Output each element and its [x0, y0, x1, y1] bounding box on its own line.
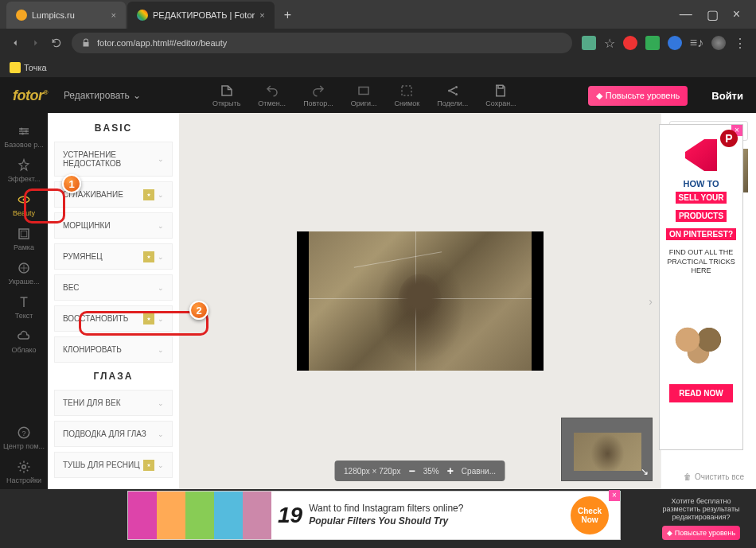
- mode-dropdown[interactable]: Редактировать ⌄: [64, 90, 141, 101]
- panel-item-blemish[interactable]: УСТРАНЕНИЕ НЕДОСТАТКОВ⌄: [54, 142, 173, 177]
- panel-item-restore[interactable]: ВОССТАНОВИТЬ⌄: [54, 305, 173, 332]
- premium-badge: [143, 251, 154, 262]
- close-icon[interactable]: ×: [111, 10, 116, 20]
- minimap[interactable]: ↘: [561, 418, 653, 481]
- panel-item-clone[interactable]: КЛОНИРОВАТЬ⌄: [54, 336, 173, 363]
- forward-icon[interactable]: [30, 37, 41, 49]
- bookmark-item[interactable]: Точка: [10, 62, 47, 73]
- svg-point-7: [21, 133, 24, 135]
- close-ad-icon[interactable]: ×: [609, 490, 620, 501]
- sidenav-beauty[interactable]: Beauty: [0, 188, 48, 222]
- svg-rect-1: [402, 86, 411, 95]
- sidenav-help[interactable]: ?Центр пом...: [0, 421, 48, 455]
- chevron-down-icon: ⌄: [158, 315, 164, 323]
- chevron-down-icon: ⌄: [158, 284, 164, 292]
- maximize-icon[interactable]: ▢: [707, 7, 719, 22]
- star-icon[interactable]: ☆: [604, 36, 615, 51]
- browser-tab-0[interactable]: Lumpics.ru ×: [6, 2, 126, 29]
- url-text: fotor.com/app.html#/editor/beauty: [97, 38, 227, 48]
- svg-point-9: [23, 199, 25, 201]
- svg-rect-11: [21, 231, 27, 237]
- ad-thumbnails: [128, 492, 271, 539]
- login-button[interactable]: Войти: [711, 90, 743, 102]
- ext-icon-4[interactable]: ≡♪: [690, 36, 703, 50]
- pinterest-icon[interactable]: P: [720, 130, 738, 147]
- ad-banner: × 19 Want to find Instagram filters onli…: [127, 491, 621, 540]
- zoom-level: 35%: [423, 467, 439, 476]
- svg-rect-10: [19, 229, 29, 239]
- svg-point-4: [455, 93, 458, 95]
- ext-icon-1[interactable]: [623, 36, 637, 50]
- toolbar-snapshot[interactable]: Снимок: [387, 80, 428, 111]
- ext-icon-3[interactable]: [668, 36, 682, 50]
- panel-item-eyeshadow[interactable]: ТЕНИ ДЛЯ ВЕК⌄: [54, 390, 173, 416]
- premium-badge: [143, 460, 154, 471]
- fotor-logo[interactable]: fotor®: [13, 87, 48, 104]
- profile-avatar[interactable]: [711, 36, 726, 50]
- close-icon[interactable]: ×: [259, 10, 264, 20]
- chevron-down-icon: ⌄: [158, 222, 164, 230]
- bookmark-label: Точка: [24, 63, 47, 72]
- svg-point-15: [22, 465, 26, 469]
- annotation-marker-2: 2: [189, 301, 208, 320]
- sidenav-settings[interactable]: Настройки: [0, 455, 48, 489]
- back-icon[interactable]: [10, 37, 21, 49]
- panel-item-mascara[interactable]: ТУШЬ ДЛЯ РЕСНИЦ⌄: [54, 452, 173, 478]
- chevron-down-icon: ⌄: [158, 155, 164, 163]
- promo-box: Хотите бесплатно разместить результаты р…: [659, 497, 743, 540]
- sidenav-effects[interactable]: Эффект...: [0, 154, 48, 188]
- zoom-in-button[interactable]: +: [447, 464, 454, 477]
- toolbar-share[interactable]: Подели...: [429, 80, 476, 111]
- panel-item-eyeliner[interactable]: ПОДВОДКА ДЛЯ ГЛАЗ⌄: [54, 421, 173, 447]
- panel-header-basic: BASIC: [54, 122, 173, 134]
- chevron-down-icon: ⌄: [158, 399, 164, 407]
- svg-point-6: [25, 130, 28, 133]
- ad-sidebar: × P HOW TO SELL YOUR PRODUCTS ON PINTERE…: [659, 124, 743, 450]
- favicon: [16, 10, 27, 21]
- collapse-icon[interactable]: ↘: [641, 466, 649, 477]
- address-bar[interactable]: fotor.com/app.html#/editor/beauty: [72, 33, 572, 53]
- svg-point-5: [21, 128, 23, 130]
- ad-number: 19: [278, 503, 302, 528]
- promo-upgrade-button[interactable]: ◆ Повысьте уровень: [662, 526, 741, 540]
- chevron-down-icon: ⌄: [158, 461, 164, 469]
- clear-all-button[interactable]: 🗑 Очистить все: [684, 472, 744, 481]
- diamond-icon: ◆: [596, 91, 602, 101]
- chevron-down-icon: ⌄: [158, 191, 164, 199]
- new-tab-button[interactable]: +: [276, 2, 299, 29]
- folder-icon: [10, 62, 21, 73]
- sidenav-cloud[interactable]: Облако: [0, 325, 48, 359]
- next-arrow-icon[interactable]: ›: [649, 295, 653, 308]
- toolbar-open[interactable]: Открыть: [205, 80, 248, 111]
- canvas-photo[interactable]: [297, 231, 544, 371]
- toolbar-redo[interactable]: Повтор...: [295, 80, 341, 111]
- minimize-icon[interactable]: —: [680, 7, 692, 22]
- panel-item-weight[interactable]: ВЕС⌄: [54, 274, 173, 301]
- svg-text:?: ?: [21, 429, 25, 437]
- zoom-out-button[interactable]: −: [408, 464, 415, 477]
- sidenav-decor[interactable]: Украше...: [0, 256, 48, 290]
- browser-tab-1[interactable]: РЕДАКТИРОВАТЬ | Fotor ×: [127, 2, 275, 29]
- toolbar-save[interactable]: Сохран...: [477, 80, 524, 111]
- reload-icon[interactable]: [51, 37, 62, 49]
- annotation-marker-1: 1: [62, 174, 81, 193]
- menu-icon[interactable]: ⋮: [734, 36, 746, 51]
- panel-item-blush[interactable]: РУМЯНЕЦ⌄: [54, 243, 173, 270]
- translate-icon[interactable]: [582, 36, 596, 50]
- svg-rect-0: [359, 87, 368, 95]
- toolbar-original[interactable]: Ориги...: [343, 80, 385, 111]
- ext-icon-2[interactable]: [645, 36, 660, 50]
- check-now-button[interactable]: CheckNow: [571, 496, 609, 534]
- chevron-down-icon: ⌄: [158, 253, 164, 261]
- read-now-button[interactable]: READ NOW: [669, 384, 733, 402]
- compare-button[interactable]: Сравни...: [462, 467, 496, 476]
- upgrade-button[interactable]: ◆ Повысьте уровень: [588, 86, 688, 106]
- sidenav-text[interactable]: Текст: [0, 290, 48, 325]
- svg-point-3: [455, 86, 458, 88]
- sidenav-basic[interactable]: Базовое р...: [0, 119, 48, 154]
- close-window-icon[interactable]: ×: [733, 7, 740, 22]
- toolbar-undo[interactable]: Отмен...: [250, 80, 294, 111]
- sidenav-frame[interactable]: Рамка: [0, 222, 48, 256]
- panel-header-eyes: ГЛАЗА: [54, 371, 173, 382]
- panel-item-wrinkles[interactable]: МОРЩИНКИ⌄: [54, 212, 173, 239]
